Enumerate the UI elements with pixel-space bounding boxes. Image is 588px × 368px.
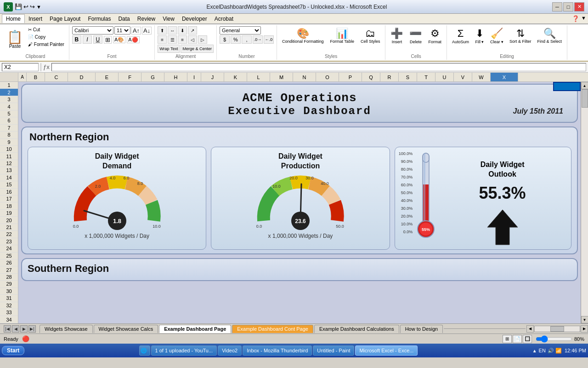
row-28[interactable]: 28 [0, 274, 18, 281]
sheet-nav-prev[interactable]: ◀ [12, 325, 19, 333]
hscroll-thumb[interactable] [550, 326, 564, 332]
align-top-btn[interactable]: ⬆ [158, 26, 167, 34]
tray-show-hidden[interactable]: ▲ [532, 348, 537, 353]
col-M[interactable]: M [270, 73, 293, 81]
row-5[interactable]: 5 [0, 110, 18, 117]
start-button[interactable]: Start [2, 346, 24, 355]
bold-button[interactable]: B [72, 35, 81, 44]
cut-button[interactable]: ✂ Cut [26, 26, 66, 33]
sheet-tab-example-dashboard[interactable]: Example Dashboard Page [159, 325, 231, 333]
row-30[interactable]: 30 [0, 288, 18, 295]
insert-button[interactable]: ➕ Insert [388, 26, 405, 46]
sheet-nav-first[interactable]: |◀ [4, 325, 11, 333]
conditional-formatting-button[interactable]: 🎨 Conditional Formatting [280, 26, 326, 46]
row-32[interactable]: 32 [0, 302, 18, 309]
row-14[interactable]: 14 [0, 174, 18, 181]
col-E[interactable]: E [96, 73, 119, 81]
row-9[interactable]: 9 [0, 139, 18, 146]
col-A[interactable]: A [18, 73, 27, 81]
orientation-btn[interactable]: ↗ [188, 26, 197, 34]
menu-acrobat[interactable]: Acrobat [211, 15, 237, 23]
maximize-btn[interactable]: □ [563, 2, 573, 12]
col-W[interactable]: W [472, 73, 491, 81]
col-I[interactable]: I [187, 73, 201, 81]
scroll-thumb[interactable] [582, 89, 588, 108]
sheet-tab-widget-showcase-calcs[interactable]: Widget Showcase Calcs [94, 325, 158, 333]
menu-developer[interactable]: Developer [178, 15, 211, 23]
sheet-tab-how-to-design[interactable]: How to Design [400, 325, 443, 333]
col-P[interactable]: P [339, 73, 362, 81]
comma-btn[interactable]: , [242, 35, 252, 44]
menu-data[interactable]: Data [114, 15, 133, 23]
number-format-select[interactable]: General [220, 26, 261, 34]
taskbar-video2[interactable]: Video2 [218, 345, 242, 356]
col-T[interactable]: T [417, 73, 435, 81]
indent-dec-btn[interactable]: ◁ [188, 35, 197, 44]
paste-button[interactable]: 📋 Paste [5, 29, 25, 50]
fill-button[interactable]: ⬇ Fill ▾ [473, 26, 486, 46]
row-3[interactable]: 3 [0, 96, 18, 103]
sheet-tab-widgets-showcase[interactable]: Widgets Showcase [40, 325, 93, 333]
col-G[interactable]: G [141, 73, 164, 81]
row-11[interactable]: 11 [0, 153, 18, 160]
hscroll-right-btn[interactable]: ▶ [581, 325, 588, 333]
menu-home[interactable]: Home [2, 14, 25, 23]
normal-view-btn[interactable]: ⊞ [503, 335, 512, 343]
border-btn[interactable]: ⊞ [104, 36, 112, 44]
menu-page-layout[interactable]: Page Layout [46, 15, 84, 23]
font-size-select[interactable]: 11 [114, 26, 130, 34]
vertical-scrollbar[interactable]: ▲ ▼ [581, 82, 588, 323]
find-select-button[interactable]: 🔍 Find & Select [535, 26, 564, 46]
row-33[interactable]: 33 [0, 309, 18, 316]
row-24[interactable]: 24 [0, 245, 18, 252]
col-N[interactable]: N [293, 73, 316, 81]
italic-button[interactable]: I [83, 35, 92, 44]
col-C[interactable]: C [45, 73, 68, 81]
cells-area[interactable]: ACME Operations Executive Dashboard July… [18, 82, 581, 323]
col-B[interactable]: B [27, 73, 45, 81]
row-8[interactable]: 8 [0, 132, 18, 138]
menu-view[interactable]: View [159, 15, 178, 23]
row-6[interactable]: 6 [0, 117, 18, 124]
indent-inc-btn[interactable]: ▷ [198, 35, 207, 44]
formula-input[interactable] [51, 63, 586, 71]
font-name-select[interactable]: Calibri [72, 26, 113, 34]
col-X[interactable]: X [491, 73, 518, 81]
row-20[interactable]: 20 [0, 217, 18, 224]
align-left-btn[interactable]: ≡ [158, 35, 167, 44]
taskbar-paint[interactable]: Untitled - Paint [313, 345, 354, 356]
fill-color-btn[interactable]: A🎨 [113, 36, 125, 43]
col-K[interactable]: K [224, 73, 247, 81]
col-H[interactable]: H [164, 73, 187, 81]
help-btn[interactable]: ❓ [572, 15, 579, 22]
row-7[interactable]: 7 [0, 125, 18, 132]
row-17[interactable]: 17 [0, 196, 18, 202]
col-F[interactable]: F [119, 73, 141, 81]
row-15[interactable]: 15 [0, 181, 18, 188]
sheet-tab-example-calcs[interactable]: Example Dashboard Calculations [314, 325, 399, 333]
row-12[interactable]: 12 [0, 160, 18, 167]
col-R[interactable]: R [380, 73, 399, 81]
sort-filter-button[interactable]: ⇅ Sort & Filter [507, 26, 534, 46]
scroll-down-btn[interactable]: ▼ [581, 316, 588, 323]
col-J[interactable]: J [201, 73, 224, 81]
row-18[interactable]: 18 [0, 202, 18, 209]
font-grow-btn[interactable]: A↑ [131, 27, 141, 34]
col-U[interactable]: U [435, 73, 454, 81]
wrap-text-btn[interactable]: Wrap Text [158, 45, 180, 53]
format-button[interactable]: ⚙ Format [426, 26, 444, 46]
page-layout-view-btn[interactable]: 📄 [513, 335, 522, 343]
row-22[interactable]: 22 [0, 231, 18, 238]
save-btn[interactable]: 💾 [15, 3, 22, 10]
taskbar-excel[interactable]: Microsoft Excel - Exce... [355, 345, 418, 356]
close-btn[interactable]: ✕ [574, 2, 584, 12]
autosum-button[interactable]: Σ AutoSum [450, 26, 471, 46]
font-color-btn[interactable]: A🔴 [127, 36, 139, 43]
col-O[interactable]: O [316, 73, 339, 81]
underline-button[interactable]: U [93, 35, 102, 44]
taskbar-thunderbird[interactable]: Inbox - Mozilla Thunderbird [243, 345, 312, 356]
row-10[interactable]: 10 [0, 146, 18, 153]
dec-inc-btn[interactable]: .0→ [253, 35, 263, 44]
merge-center-btn[interactable]: Merge & Center [181, 45, 214, 53]
redo-btn[interactable]: ↪ [30, 3, 35, 10]
